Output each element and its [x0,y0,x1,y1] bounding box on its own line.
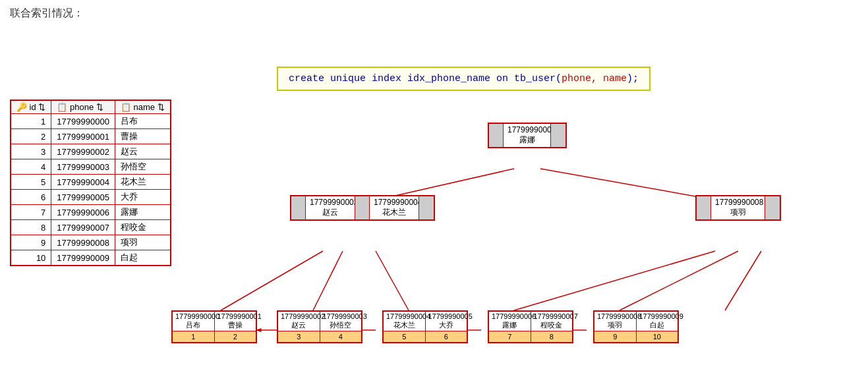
leaf5-id1: 9 [594,331,637,342]
sql-highlight: phone, name [562,73,627,84]
leaf-node-4: 17799990006 露娜 17799990007 程咬金 7 8 [488,310,573,343]
l1r-cell1: 17799990008 项羽 [711,196,765,219]
leaf5-cell2: 17799990009 白起 [637,312,678,331]
table-cell-2: 赵云 [115,144,170,159]
leaf2-cell1: 17799990002 赵云 [278,312,320,331]
table-cell-0: 6 [11,190,51,205]
page-title: 联合索引情况： [0,0,868,27]
l1l-ptr2 [419,196,434,219]
table-cell-1: 17799990002 [51,144,115,159]
l1l-cell1: 17799990002 赵云 [306,196,355,219]
col-id: 🔑 id ⇅ [11,100,51,114]
leaf-node-3: 17799990004 花木兰 17799990005 大乔 5 6 [382,310,468,343]
leaf1-cell2: 17799990001 曹操 [215,312,256,331]
leaf5-id2: 10 [637,331,678,342]
root-node: 17799990006 露娜 [488,123,567,148]
l1r-ptr0 [697,196,711,219]
table-cell-0: 8 [11,220,51,235]
leaf2-id1: 3 [278,331,320,342]
table-cell-2: 花木兰 [115,175,170,190]
leaf1-id2: 2 [215,331,256,342]
sql-prefix: create unique index idx_phone_name on tb… [289,73,562,84]
l1l-ptr0 [291,196,306,219]
table-cell-1: 17799990007 [51,220,115,235]
table-cell-0: 7 [11,205,51,220]
table-cell-0: 10 [11,250,51,266]
leaf1-id1: 1 [173,331,215,342]
table-row: 617799990005大乔 [11,190,171,205]
table-cell-1: 17799990008 [51,235,115,250]
table-cell-2: 曹操 [115,129,170,144]
table-row: 717799990006露娜 [11,205,171,220]
table-row: 317799990002赵云 [11,144,171,159]
table-cell-0: 3 [11,144,51,159]
table-row: 117799990000吕布 [11,114,171,129]
table-cell-0: 4 [11,159,51,175]
main-container: create unique index idx_phone_name on tb… [0,27,868,369]
table-cell-2: 大乔 [115,190,170,205]
leaf-node-5: 17799990008 项羽 17799990009 白起 9 10 [593,310,679,343]
leaf4-id2: 8 [531,331,573,342]
svg-line-4 [376,251,409,310]
table-cell-1: 17799990004 [51,175,115,190]
svg-line-2 [221,251,323,310]
svg-line-7 [725,251,761,310]
table-cell-1: 17799990006 [51,205,115,220]
leaf3-id2: 6 [426,331,467,342]
table-cell-2: 白起 [115,250,170,266]
table-cell-1: 17799990000 [51,114,115,129]
table-cell-1: 17799990001 [51,129,115,144]
table-cell-0: 5 [11,175,51,190]
col-name: 📋 name ⇅ [115,100,170,114]
table-cell-1: 17799990009 [51,250,115,266]
table-row: 517799990004花木兰 [11,175,171,190]
table-row: 817799990007程咬金 [11,220,171,235]
table-cell-1: 17799990005 [51,190,115,205]
leaf2-id2: 4 [320,331,362,342]
leaf-node-1: 17799990000 吕布 17799990001 曹操 1 2 [171,310,257,343]
table-row: 1017799990009白起 [11,250,171,266]
table-cell-2: 吕布 [115,114,170,129]
svg-line-3 [313,251,343,310]
l1r-ptr1 [765,196,780,219]
leaf3-cell2: 17799990005 大乔 [426,312,467,331]
leaf2-cell2: 17799990003 孙悟空 [320,312,362,331]
leaf4-cell1: 17799990006 露娜 [489,312,531,331]
l1l-cell2: 17799990004 花木兰 [370,196,419,219]
table-cell-0: 9 [11,235,51,250]
svg-line-5 [514,251,715,310]
svg-line-6 [620,251,738,310]
table-cell-2: 孙悟空 [115,159,170,175]
leaf3-id1: 5 [384,331,426,342]
leaf-node-2: 17799990002 赵云 17799990003 孙悟空 3 4 [277,310,362,343]
table-cell-2: 程咬金 [115,220,170,235]
leaf3-cell1: 17799990004 花木兰 [384,312,426,331]
level1-left-node: 17799990002 赵云 17799990004 花木兰 [290,195,435,221]
leaf5-cell1: 17799990008 项羽 [594,312,637,331]
sql-suffix: ); [627,73,639,84]
table-cell-2: 露娜 [115,205,170,220]
root-ptr-right [551,124,565,147]
table-row: 917799990008项羽 [11,235,171,250]
table-row: 217799990001曹操 [11,129,171,144]
leaf4-cell2: 17799990007 程咬金 [531,312,573,331]
leaf4-id1: 7 [489,331,531,342]
root-cell: 17799990006 露娜 [504,124,551,147]
table-cell-0: 2 [11,129,51,144]
root-ptr-left [489,124,504,147]
col-phone: 📋 phone ⇅ [51,100,115,114]
db-table: 🔑 id ⇅ 📋 phone ⇅ 📋 name ⇅ 117799990000吕布… [10,99,171,266]
sql-box: create unique index idx_phone_name on tb… [277,67,651,91]
leaf1-cell1: 17799990000 吕布 [173,312,215,331]
table-row: 417799990003孙悟空 [11,159,171,175]
table-cell-1: 17799990003 [51,159,115,175]
l1l-ptr1 [355,196,370,219]
table-cell-0: 1 [11,114,51,129]
table-cell-2: 项羽 [115,235,170,250]
level1-right-node: 17799990008 项羽 [695,195,781,221]
